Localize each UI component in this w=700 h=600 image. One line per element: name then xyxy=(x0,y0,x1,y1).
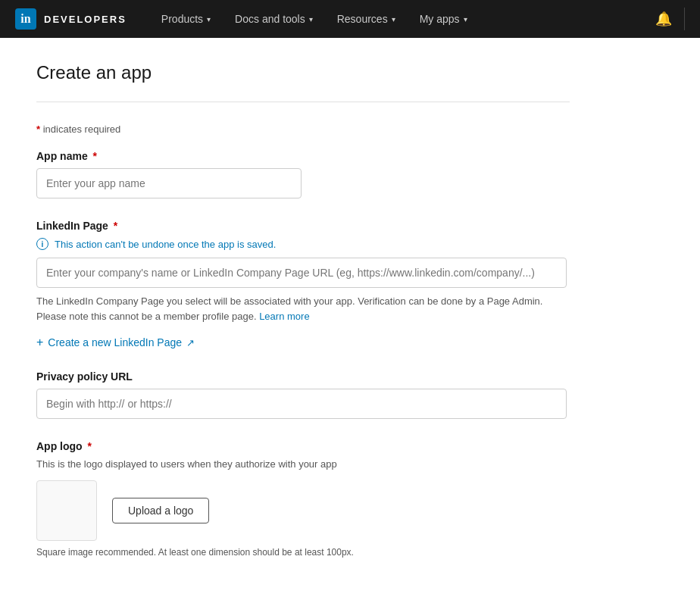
logo-placeholder xyxy=(36,480,97,541)
nav-right: 🔔 xyxy=(655,8,685,30)
section-divider xyxy=(36,102,570,102)
app-logo-group: App logo * This is the logo displayed to… xyxy=(36,440,570,558)
linkedin-page-input[interactable] xyxy=(36,258,567,288)
navbar: in DEVELOPERS Products ▾ Docs and tools … xyxy=(0,0,700,38)
nav-item-docs-and-tools[interactable]: Docs and tools ▾ xyxy=(223,0,325,38)
privacy-policy-input[interactable] xyxy=(36,389,567,419)
linkedin-page-helper: The LinkedIn Company Page you select wil… xyxy=(36,294,567,323)
nav-items: Products ▾ Docs and tools ▾ Resources ▾ … xyxy=(149,0,655,38)
upload-logo-button[interactable]: Upload a logo xyxy=(112,498,209,523)
privacy-policy-label: Privacy policy URL xyxy=(36,370,570,383)
page-title: Create an app xyxy=(36,62,570,83)
square-image-note: Square image recommended. At least one d… xyxy=(36,547,570,558)
app-logo-required-star: * xyxy=(88,440,92,452)
app-name-input[interactable] xyxy=(36,168,302,198)
linkedin-page-required-star: * xyxy=(114,220,117,232)
app-name-label: App name * xyxy=(36,150,570,162)
bell-icon[interactable]: 🔔 xyxy=(655,11,672,27)
main-content: Create an app * indicates required App n… xyxy=(0,38,606,600)
chevron-down-icon: ▾ xyxy=(464,15,467,23)
linkedin-icon: in xyxy=(15,8,36,30)
linkedin-page-label: LinkedIn Page * xyxy=(36,220,570,232)
chevron-down-icon: ▾ xyxy=(392,15,395,23)
linkedin-page-notice: i This action can't be undone once the a… xyxy=(36,238,570,250)
learn-more-link[interactable]: Learn more xyxy=(259,311,309,322)
nav-item-products[interactable]: Products ▾ xyxy=(149,0,223,38)
info-icon: i xyxy=(36,238,48,250)
external-link-icon: ↗ xyxy=(186,337,195,348)
app-name-group: App name * xyxy=(36,150,570,198)
brand-text: DEVELOPERS xyxy=(44,14,127,25)
create-linkedin-page-link[interactable]: + Create a new LinkedIn Page ↗ xyxy=(36,336,195,349)
nav-divider xyxy=(684,8,685,30)
privacy-policy-group: Privacy policy URL xyxy=(36,370,570,419)
app-logo-label: App logo * xyxy=(36,440,570,452)
plus-icon: + xyxy=(36,336,43,349)
chevron-down-icon: ▾ xyxy=(207,15,211,23)
logo-upload-area: Upload a logo xyxy=(36,480,570,541)
nav-item-resources[interactable]: Resources ▾ xyxy=(325,0,408,38)
linkedin-page-group: LinkedIn Page * i This action can't be u… xyxy=(36,220,570,349)
app-name-required-star: * xyxy=(93,150,97,162)
app-logo-description: This is the logo displayed to users when… xyxy=(36,458,570,470)
brand-logo[interactable]: in DEVELOPERS xyxy=(15,8,127,30)
required-note: * indicates required xyxy=(36,123,570,135)
chevron-down-icon: ▾ xyxy=(309,15,313,23)
nav-item-my-apps[interactable]: My apps ▾ xyxy=(408,0,480,38)
required-star: * xyxy=(36,123,40,135)
